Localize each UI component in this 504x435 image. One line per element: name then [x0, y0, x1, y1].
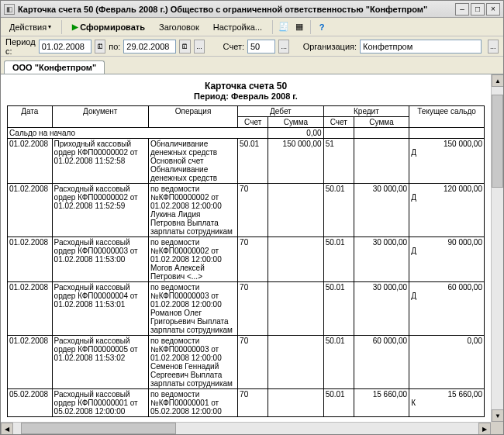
separator	[310, 20, 311, 34]
titlebar: ◧ Карточка счета 50 (Февраль 2008 г.) Об…	[1, 1, 503, 18]
scroll-right-button[interactable]: ▶	[478, 423, 491, 434]
tab-org[interactable]: ООО "Конфетпром"	[4, 60, 105, 74]
cell-c-acct: 50.01	[323, 237, 354, 282]
cell-doc: Расходный кассовый ордер КФП00000004 от …	[52, 282, 148, 336]
filter-bar: Период с: 🗓 по: 🗓 ... Счет: ... Организа…	[1, 36, 503, 57]
th-op: Операция	[148, 106, 237, 128]
cell-c-sum: 30 000,00	[354, 184, 409, 237]
report-content: Карточка счета 50 Период: Февраль 2008 г…	[1, 74, 491, 422]
tabbar: ООО "Конфетпром"	[1, 57, 503, 74]
to-label: по:	[109, 42, 120, 51]
th-date: Дата	[8, 106, 53, 128]
help-icon[interactable]: ?	[316, 21, 328, 33]
scroll-up-button[interactable]: ▲	[492, 74, 503, 87]
header-button[interactable]: Заголовок	[154, 20, 205, 34]
separator	[272, 20, 273, 34]
scroll-down-button[interactable]: ▼	[492, 409, 503, 422]
opening-label: Сальдо на начало	[8, 128, 268, 139]
actions-label: Действия	[9, 22, 47, 32]
calendar-from-button[interactable]: 🗓	[95, 40, 105, 54]
window-title: Карточка счета 50 (Февраль 2008 г.) Обще…	[18, 5, 455, 14]
vertical-scrollbar[interactable]: ▲ ▼	[491, 74, 503, 422]
scroll-left-button[interactable]: ◀	[1, 423, 13, 434]
tree-icon[interactable]: 🧾	[278, 21, 290, 33]
report-area: Карточка счета 50 Период: Февраль 2008 г…	[1, 74, 503, 434]
actions-menu[interactable]: Действия ▾	[4, 20, 57, 34]
form-button[interactable]: ▶ Сформировать	[67, 20, 150, 34]
cell-date: 05.02.2008	[8, 389, 53, 417]
opening-row: Сальдо на начало 0,00	[8, 128, 485, 139]
window-buttons: – □ ×	[455, 3, 500, 16]
cell-balance: 150 000,00Д	[409, 139, 485, 184]
cell-c-acct: 51	[323, 139, 354, 184]
table-row[interactable]: 01.02.2008Приходный кассовый ордер КФП00…	[8, 139, 485, 184]
table-row[interactable]: 01.02.2008Расходный кассовый ордер КФП00…	[8, 336, 485, 389]
maximize-button[interactable]: □	[471, 3, 485, 16]
th-c-acct: Счет	[323, 117, 354, 128]
app-icon: ◧	[4, 4, 15, 15]
form-label: Сформировать	[80, 22, 145, 32]
th-balance: Текущее сальдо	[409, 106, 485, 128]
table-row[interactable]: 05.02.2008Расходный кассовый ордер КФП00…	[8, 389, 485, 417]
cell-c-sum: 15 660,00	[354, 389, 409, 417]
cell-c-sum: 30 000,00	[354, 237, 409, 282]
app-window: ◧ Карточка счета 50 (Февраль 2008 г.) Об…	[0, 0, 504, 435]
cell-doc: Расходный кассовый ордер КФП00000005 от …	[52, 336, 148, 389]
cell-d-sum	[268, 389, 323, 417]
report-title: Карточка счета 50	[7, 81, 485, 91]
scroll-track[interactable]	[13, 423, 478, 434]
report-period: Период: Февраль 2008 г.	[7, 91, 485, 101]
cell-date: 01.02.2008	[8, 336, 53, 389]
table-row[interactable]: 01.02.2008Расходный кассовый ордер КФП00…	[8, 282, 485, 336]
cell-balance: 15 660,00К	[409, 389, 485, 417]
cell-d-sum	[268, 282, 323, 336]
account-label: Счет:	[223, 42, 244, 51]
cell-doc: Расходный кассовый ордер КФП00000002 от …	[52, 184, 148, 237]
play-icon: ▶	[72, 22, 78, 31]
account-picker-button[interactable]: ...	[278, 40, 289, 54]
th-credit: Кредит	[323, 106, 409, 117]
th-d-acct: Счет	[238, 117, 268, 128]
cell-c-acct: 50.01	[323, 389, 354, 417]
table-row[interactable]: 01.02.2008Расходный кассовый ордер КФП00…	[8, 184, 485, 237]
period-label: Период с:	[5, 37, 36, 56]
account-input[interactable]	[247, 40, 275, 54]
period-picker-button[interactable]: ...	[194, 40, 205, 54]
cell-c-acct: 50.01	[323, 184, 354, 237]
cell-date: 01.02.2008	[8, 139, 53, 184]
cell-d-acct: 70	[238, 237, 268, 282]
opening-value: 0,00	[268, 128, 323, 139]
calendar-to-button[interactable]: 🗓	[179, 40, 190, 54]
minimize-button[interactable]: –	[455, 3, 469, 16]
cell-c-acct: 50.01	[323, 336, 354, 389]
cell-op: по ведомости №КФП00000002 от 01.02.2008 …	[148, 237, 237, 282]
chevron-down-icon: ▾	[48, 23, 51, 30]
date-to-input[interactable]	[123, 40, 176, 54]
table-row[interactable]: 01.02.2008Расходный кассовый ордер КФП00…	[8, 237, 485, 282]
cell-date: 01.02.2008	[8, 237, 53, 282]
cell-d-acct: 70	[238, 389, 268, 417]
cell-c-sum: 30 000,00	[354, 282, 409, 336]
close-button[interactable]: ×	[486, 3, 500, 16]
cell-c-acct: 50.01	[323, 282, 354, 336]
scroll-thumb[interactable]	[21, 423, 176, 434]
scroll-thumb[interactable]	[492, 95, 503, 188]
th-d-sum: Сумма	[268, 117, 323, 128]
th-debit: Дебет	[238, 106, 324, 117]
grid-icon[interactable]: ▦	[293, 21, 306, 33]
org-picker-button[interactable]: ...	[488, 40, 499, 54]
org-input[interactable]	[360, 40, 482, 54]
cell-d-acct: 70	[238, 184, 268, 237]
cell-op: по ведомости №КФП00000003 от 01.02.2008 …	[148, 282, 237, 336]
separator	[61, 20, 62, 34]
horizontal-scrollbar[interactable]: ◀ ▶	[1, 422, 491, 434]
report-table: Дата Документ Операция Дебет Кредит Теку…	[7, 105, 485, 417]
cell-doc: Расходный кассовый ордер КФП00000001 от …	[52, 389, 148, 417]
date-from-input[interactable]	[39, 40, 91, 54]
cell-d-sum	[268, 336, 323, 389]
cell-balance: 90 000,00Д	[409, 237, 485, 282]
settings-button[interactable]: Настройка...	[208, 20, 268, 34]
cell-date: 01.02.2008	[8, 184, 53, 237]
org-label: Организация:	[303, 42, 357, 51]
scroll-track[interactable]	[492, 87, 503, 409]
